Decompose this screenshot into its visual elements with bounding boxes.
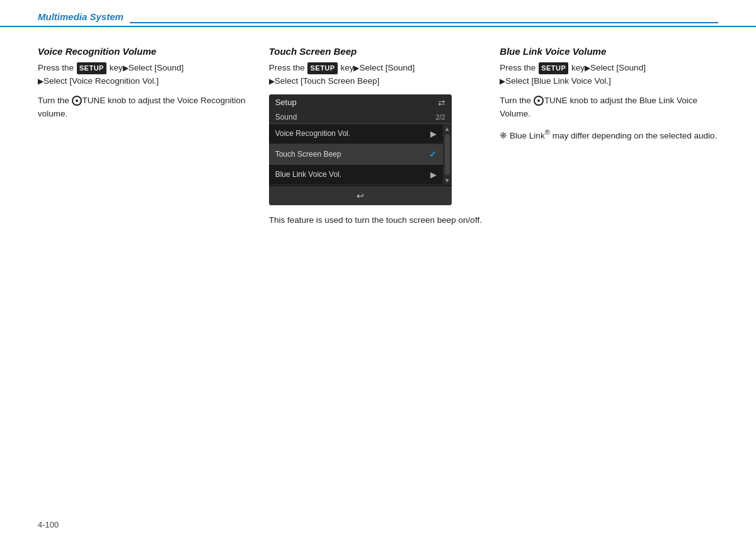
screen-title: Setup xyxy=(275,98,297,107)
tune-knob-icon-1 xyxy=(72,96,82,106)
screen-scrollbar: ▲ ▼ xyxy=(443,124,452,185)
page-number: 4-100 xyxy=(38,520,59,529)
blue-link-note: ❋ Blue Link® may differ depending on the… xyxy=(500,127,718,142)
screen-icon: ⇄ xyxy=(438,98,445,108)
arrow-6: ▶ xyxy=(500,77,505,86)
arrow-2: ▶ xyxy=(38,77,43,86)
scrollbar-track xyxy=(445,134,450,175)
row-label-2: Touch Screen Beep xyxy=(275,150,341,159)
voice-recognition-body: Turn the TUNE knob to adjust the Voice R… xyxy=(38,94,256,121)
scroll-up-icon: ▲ xyxy=(444,125,450,132)
voice-recognition-instruction: Press the SETUP key▶Select [Sound] ▶Sele… xyxy=(38,62,256,88)
setup-badge-3: SETUP xyxy=(539,62,568,74)
blue-link-instruction: Press the SETUP key▶Select [Sound] ▶Sele… xyxy=(500,62,718,88)
tune-knob-icon-2 xyxy=(534,96,544,106)
header-divider xyxy=(130,22,718,23)
touch-screen-beep-instruction: Press the SETUP key▶Select [Sound] ▶Sele… xyxy=(269,62,488,88)
screen-page: 2/2 xyxy=(435,113,445,121)
setup-badge-2: SETUP xyxy=(307,62,337,74)
page-header: Multimedia System xyxy=(0,0,756,27)
arrow-4: ▶ xyxy=(269,77,275,86)
arrow-5: ▶ xyxy=(585,64,590,72)
row-icon-1: ▶ xyxy=(430,129,437,138)
row-check-2: ✓ xyxy=(429,149,437,159)
setup-badge-1: SETUP xyxy=(77,62,106,74)
screen-rows: Voice Recognition Vol. ▶ Touch Screen Be… xyxy=(269,124,443,185)
back-icon: ↩ xyxy=(357,191,364,201)
page-footer: 4-100 xyxy=(38,520,59,529)
scroll-down-icon: ▼ xyxy=(444,177,450,184)
row-label-3: Blue Link Voice Vol. xyxy=(275,170,341,179)
screen-topbar: Setup ⇄ xyxy=(269,94,452,111)
touch-screen-beep-title: Touch Screen Beep xyxy=(269,46,488,57)
screen-back-bar: ↩ xyxy=(269,186,452,205)
row-label-1: Voice Recognition Vol. xyxy=(275,129,350,138)
note-symbol: ❋ xyxy=(500,130,507,140)
header-title: Multimedia System xyxy=(38,11,123,23)
screen-row-bluelink: Blue Link Voice Vol. ▶ xyxy=(269,165,443,185)
touch-screen-beep-body: This feature is used to turn the touch s… xyxy=(269,214,488,227)
col-voice-recognition: Voice Recognition Volume Press the SETUP… xyxy=(38,46,269,234)
row-icon-3: ▶ xyxy=(430,170,437,179)
col-blue-link: Blue Link Voice Volume Press the SETUP k… xyxy=(500,46,718,234)
arrow-3: ▶ xyxy=(353,64,359,72)
screen-mockup: Setup ⇄ Sound 2/2 Voice Recognition Vol.… xyxy=(269,94,452,205)
voice-recognition-title: Voice Recognition Volume xyxy=(38,46,256,57)
screen-subtitle: Sound xyxy=(275,113,297,121)
screen-body: Voice Recognition Vol. ▶ Touch Screen Be… xyxy=(269,124,452,185)
screen-row-voice: Voice Recognition Vol. ▶ xyxy=(269,124,443,144)
screen-sub-topbar: Sound 2/2 xyxy=(269,111,452,124)
main-content: Voice Recognition Volume Press the SETUP… xyxy=(0,46,756,234)
blue-link-title: Blue Link Voice Volume xyxy=(500,46,718,57)
col-touch-screen-beep: Touch Screen Beep Press the SETUP key▶Se… xyxy=(269,46,500,234)
screen-row-beep: Touch Screen Beep ✓ xyxy=(269,144,443,165)
arrow-1: ▶ xyxy=(123,64,129,72)
blue-link-body: Turn the TUNE knob to adjust the Blue Li… xyxy=(500,94,718,121)
